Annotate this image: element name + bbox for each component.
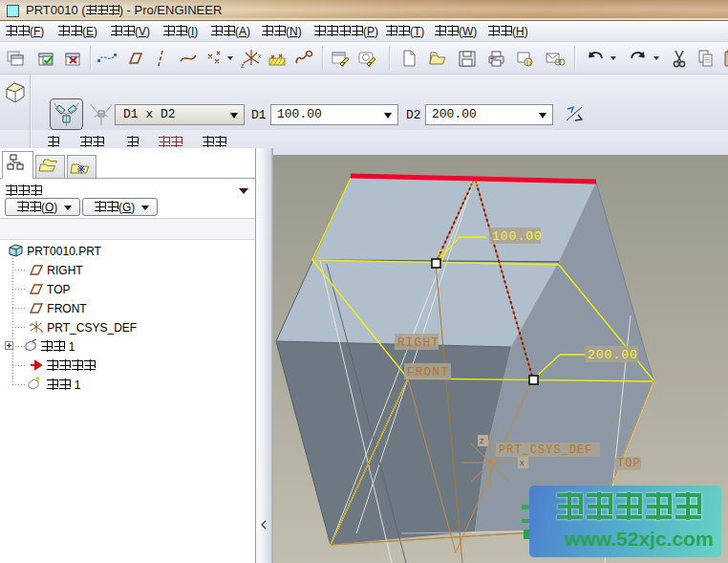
svg-text:z: z (480, 436, 484, 445)
svg-text:x: x (258, 53, 262, 59)
svg-text:100.00: 100.00 (492, 229, 543, 244)
svg-text:RIGHT: RIGHT (397, 336, 439, 350)
svg-text:PRT_CSYS_DEF: PRT_CSYS_DEF (499, 444, 592, 457)
svg-text:200.00: 200.00 (588, 348, 638, 362)
svg-text:FRONT: FRONT (407, 365, 449, 379)
svg-text:TOP: TOP (617, 457, 641, 470)
svg-text:x: x (520, 458, 525, 467)
svg-text:7: 7 (341, 60, 346, 69)
svg-text:z: z (241, 62, 245, 69)
svg-text:7: 7 (368, 60, 373, 69)
